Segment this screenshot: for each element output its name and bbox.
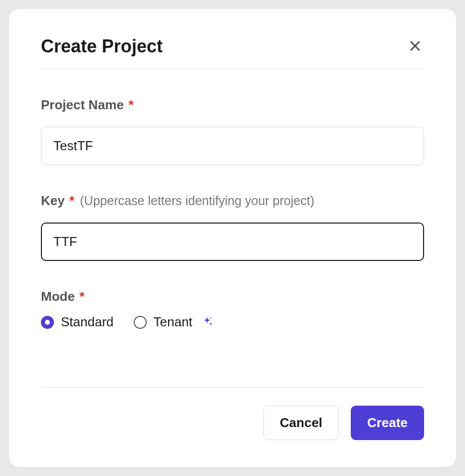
radio-selected-icon <box>41 316 54 329</box>
required-asterisk: * <box>69 193 74 208</box>
mode-label: Mode * <box>41 289 424 304</box>
mode-radio-standard[interactable]: Standard <box>41 314 114 330</box>
key-input[interactable] <box>41 223 424 261</box>
mode-label-text: Mode <box>41 289 75 304</box>
project-name-label-text: Project Name <box>41 97 124 112</box>
mode-standard-label: Standard <box>61 314 114 330</box>
mode-group: Mode * Standard Tenant <box>41 289 424 330</box>
project-name-group: Project Name * <box>41 97 424 165</box>
sparkle-icon <box>201 316 214 329</box>
close-icon <box>408 39 422 54</box>
modal-title: Create Project <box>41 36 163 57</box>
key-hint: (Uppercase letters identifying your proj… <box>80 194 314 208</box>
create-project-modal: Create Project Project Name * Key * (Upp… <box>9 9 456 467</box>
required-asterisk: * <box>128 97 133 112</box>
project-name-input[interactable] <box>41 127 424 165</box>
modal-footer: Cancel Create <box>41 387 424 440</box>
close-button[interactable] <box>406 37 424 56</box>
project-name-label: Project Name * <box>41 97 424 113</box>
cancel-button[interactable]: Cancel <box>263 406 339 440</box>
key-group: Key * (Uppercase letters identifying you… <box>41 193 424 261</box>
mode-radio-tenant[interactable]: Tenant <box>134 314 214 330</box>
modal-header: Create Project <box>41 36 424 69</box>
create-button[interactable]: Create <box>351 406 424 440</box>
required-asterisk: * <box>79 289 84 304</box>
key-label: Key * (Uppercase letters identifying you… <box>41 193 424 209</box>
key-label-text: Key <box>41 193 65 208</box>
mode-tenant-label: Tenant <box>154 314 193 330</box>
radio-unselected-icon <box>134 316 147 329</box>
mode-radio-group: Standard Tenant <box>41 314 424 330</box>
form-body: Project Name * Key * (Uppercase letters … <box>41 69 424 387</box>
